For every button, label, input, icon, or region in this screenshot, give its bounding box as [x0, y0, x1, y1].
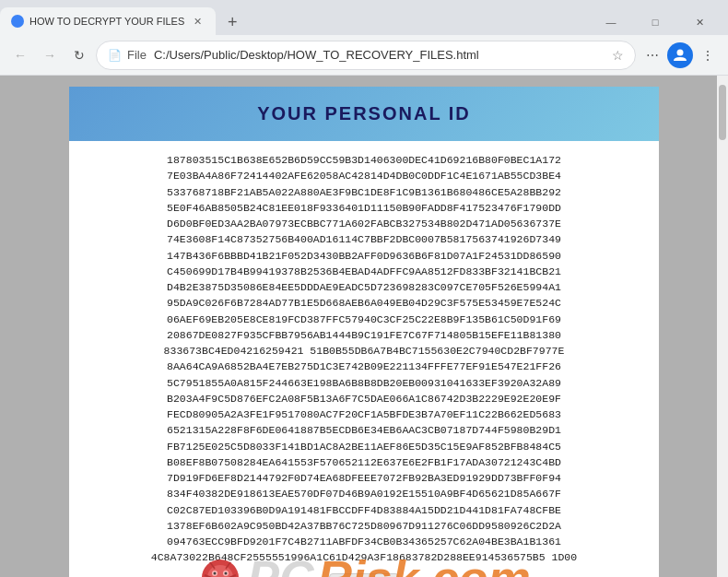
- copy-id-button[interactable]: Copy ID: [329, 573, 400, 578]
- maximize-button[interactable]: □: [634, 13, 676, 31]
- svg-point-2: [207, 565, 233, 578]
- bookmark-icon[interactable]: ☆: [612, 48, 624, 63]
- tab-favicon-icon: [11, 15, 24, 28]
- address-input[interactable]: [154, 48, 606, 62]
- personal-id-text: 187803515C1B638E652B6D59CC59B3D1406300DE…: [88, 152, 640, 566]
- page-header: YOUR PERSONAL ID: [69, 87, 659, 141]
- profile-icon: [673, 48, 687, 63]
- window-controls: — □ ✕: [590, 13, 721, 31]
- browser-frame: HOW TO DECRYPT YOUR FILES ✕ + — □ ✕ ← → …: [0, 0, 728, 577]
- svg-point-5: [214, 571, 217, 574]
- back-button[interactable]: ←: [7, 42, 33, 68]
- navigation-bar: ← → ↻ 📄 File ☆ ⋯ ⋮: [0, 35, 728, 76]
- reload-button[interactable]: ↻: [66, 42, 92, 68]
- active-tab[interactable]: HOW TO DECRYPT YOUR FILES ✕: [0, 7, 216, 35]
- scrollbar[interactable]: [717, 76, 728, 577]
- tab-title: HOW TO DECRYPT YOUR FILES: [29, 16, 184, 27]
- svg-point-6: [225, 571, 228, 574]
- svg-point-0: [677, 49, 684, 55]
- menu-button[interactable]: ⋮: [695, 42, 721, 68]
- file-icon: 📄: [108, 49, 122, 62]
- address-scheme: File: [127, 48, 147, 62]
- svg-point-3: [212, 571, 217, 576]
- scrollbar-thumb[interactable]: [719, 85, 726, 140]
- minimize-button[interactable]: —: [590, 13, 632, 31]
- address-bar-container[interactable]: 📄 File ☆: [96, 41, 636, 70]
- id-content: 187803515C1B638E652B6D59CC59B3D1406300DE…: [69, 141, 659, 577]
- nav-right-buttons: ⋯ ⋮: [640, 42, 721, 68]
- extensions-button[interactable]: ⋯: [640, 42, 665, 68]
- new-tab-button[interactable]: +: [219, 9, 245, 35]
- tab-bar: HOW TO DECRYPT YOUR FILES ✕ + — □ ✕: [0, 0, 728, 35]
- tab-close-button[interactable]: ✕: [190, 14, 205, 29]
- close-window-button[interactable]: ✕: [678, 13, 721, 31]
- profile-button[interactable]: [667, 42, 693, 68]
- forward-button[interactable]: →: [37, 42, 63, 68]
- svg-point-4: [223, 571, 229, 576]
- page-content: YOUR PERSONAL ID 187803515C1B638E652B6D5…: [0, 76, 728, 577]
- page-inner: YOUR PERSONAL ID 187803515C1B638E652B6D5…: [69, 87, 659, 566]
- page-header-title: YOUR PERSONAL ID: [88, 103, 640, 124]
